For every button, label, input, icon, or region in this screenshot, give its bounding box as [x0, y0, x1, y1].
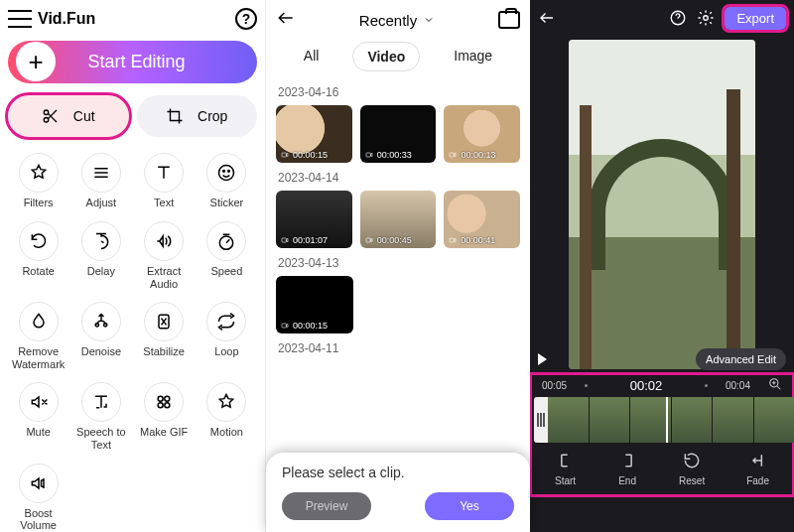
- time-left: 00:05: [542, 380, 567, 391]
- library-header: Recently: [266, 0, 530, 40]
- preview-area: Advanced Edit: [530, 36, 794, 373]
- control-start[interactable]: Start: [555, 451, 576, 486]
- crop-button[interactable]: Crop: [137, 95, 258, 137]
- cut-button[interactable]: Cut: [8, 95, 129, 137]
- tool-adjust[interactable]: Adjust: [70, 153, 131, 209]
- tool-motion[interactable]: Motion: [197, 382, 257, 451]
- tool-filters[interactable]: Filters: [8, 153, 68, 209]
- tool-make-gif[interactable]: Make GIF: [134, 382, 195, 451]
- tool-rotate[interactable]: Rotate: [8, 221, 68, 290]
- start-editing-label: Start Editing: [16, 52, 257, 72]
- text-icon: [144, 153, 184, 193]
- back-icon[interactable]: [538, 9, 556, 27]
- help-icon[interactable]: [669, 9, 687, 27]
- play-bar: Advanced Edit: [530, 345, 794, 373]
- svg-point-10: [165, 397, 170, 402]
- svg-point-9: [158, 397, 163, 402]
- tool-remove-watermark[interactable]: Remove Watermark: [8, 302, 68, 370]
- yes-button[interactable]: Yes: [425, 492, 514, 520]
- back-icon[interactable]: [276, 8, 296, 33]
- tab-video[interactable]: Video: [352, 42, 420, 71]
- tool-speed[interactable]: Speed: [197, 221, 257, 290]
- video-thumb[interactable]: 00:00:13: [444, 105, 520, 163]
- video-thumb[interactable]: 00:00:45: [360, 191, 437, 248]
- tool-extract-audio[interactable]: Extract Audio: [134, 221, 195, 290]
- tool-mute[interactable]: Mute: [8, 382, 68, 451]
- tool-sticker[interactable]: Sticker: [197, 153, 257, 209]
- timeline-section: 00:05 00:02 00:04 StartEndResetFade: [530, 373, 794, 496]
- svg-rect-17: [366, 238, 370, 242]
- control-reset[interactable]: Reset: [679, 451, 705, 486]
- tool-label: Denoise: [81, 345, 121, 358]
- export-button[interactable]: Export: [725, 7, 786, 30]
- tool-speech-to-text[interactable]: Speech to Text: [70, 382, 131, 451]
- crop-label: Crop: [198, 108, 227, 124]
- svg-point-4: [228, 171, 230, 173]
- control-fade[interactable]: Fade: [746, 451, 769, 486]
- preview-image: [569, 40, 755, 369]
- video-thumb[interactable]: 00:00:33: [360, 105, 437, 163]
- speed-icon: [206, 221, 246, 261]
- remove-watermark-icon: [19, 302, 59, 341]
- start-editing-button[interactable]: + Start Editing: [8, 41, 257, 84]
- control-end[interactable]: End: [617, 451, 637, 486]
- modal-buttons: Preview Yes: [282, 492, 514, 520]
- time-right: 00:04: [726, 380, 750, 391]
- tool-label: Make GIF: [140, 426, 188, 439]
- strip-handle[interactable]: [534, 397, 548, 443]
- svg-rect-14: [366, 153, 370, 157]
- tab-all[interactable]: All: [290, 42, 333, 71]
- video-thumb[interactable]: 00:00:15: [276, 276, 353, 333]
- chevron-down-icon: [423, 14, 435, 26]
- rotate-icon: [19, 221, 59, 261]
- dot-icon: [705, 384, 708, 387]
- fade-icon: [748, 451, 768, 470]
- editor-panel: Export Advanced Edit 00:05 00:02 00:04 S…: [530, 0, 794, 532]
- select-clip-modal: Please select a clip. Preview Yes: [266, 453, 530, 532]
- tool-label: Text: [154, 197, 174, 209]
- svg-point-2: [219, 166, 234, 181]
- date-header: 2023-04-14: [278, 171, 520, 185]
- frames[interactable]: [548, 397, 794, 443]
- tool-label: Extract Audio: [134, 265, 194, 290]
- settings-icon[interactable]: [697, 9, 715, 27]
- denoise-icon: [81, 302, 121, 341]
- playhead[interactable]: [666, 397, 668, 443]
- duration: 00:00:33: [364, 150, 412, 160]
- modal-message: Please select a clip.: [282, 465, 514, 480]
- video-thumb[interactable]: 00:00:41: [444, 191, 520, 248]
- hamburger-icon[interactable]: [8, 10, 32, 28]
- control-label: Fade: [746, 475, 769, 486]
- tool-delay[interactable]: Delay: [70, 221, 131, 290]
- library-panel: Recently All Video Image 2023-04-1600:00…: [265, 0, 530, 532]
- tools-panel: Vid.Fun ? + Start Editing Cut Crop Filte…: [0, 0, 265, 532]
- duration: 00:01:07: [280, 235, 328, 245]
- trim-controls: StartEndResetFade: [530, 443, 794, 496]
- video-thumb[interactable]: 00:00:15: [276, 105, 352, 163]
- boost-volume-icon: [19, 464, 59, 503]
- control-label: Reset: [679, 475, 705, 486]
- tool-loop[interactable]: Loop: [197, 302, 257, 370]
- timeline-strip[interactable]: [530, 397, 794, 443]
- sort-dropdown[interactable]: Recently: [296, 12, 498, 29]
- zoom-icon[interactable]: [768, 377, 782, 393]
- tool-text[interactable]: Text: [134, 153, 195, 209]
- app-brand: Vid.Fun: [38, 10, 95, 28]
- delay-icon: [81, 221, 121, 261]
- tool-stabilize[interactable]: Stabilize: [134, 302, 195, 370]
- tool-label: Stabilize: [143, 345, 185, 358]
- video-thumb[interactable]: 00:01:07: [276, 191, 352, 248]
- help-icon[interactable]: ?: [235, 8, 257, 30]
- advanced-edit-button[interactable]: Advanced Edit: [696, 348, 786, 370]
- preview-button[interactable]: Preview: [282, 492, 371, 520]
- duration: 00:00:15: [280, 321, 328, 331]
- tool-denoise[interactable]: Denoise: [70, 302, 131, 370]
- tool-label: Adjust: [86, 197, 117, 209]
- tool-boost-volume[interactable]: Boost Volume: [8, 464, 68, 532]
- camera-icon[interactable]: [498, 11, 520, 29]
- svg-point-12: [165, 403, 170, 408]
- control-label: End: [618, 475, 636, 486]
- play-icon[interactable]: [538, 353, 547, 365]
- tab-image[interactable]: Image: [440, 42, 506, 71]
- tool-label: Motion: [210, 426, 243, 439]
